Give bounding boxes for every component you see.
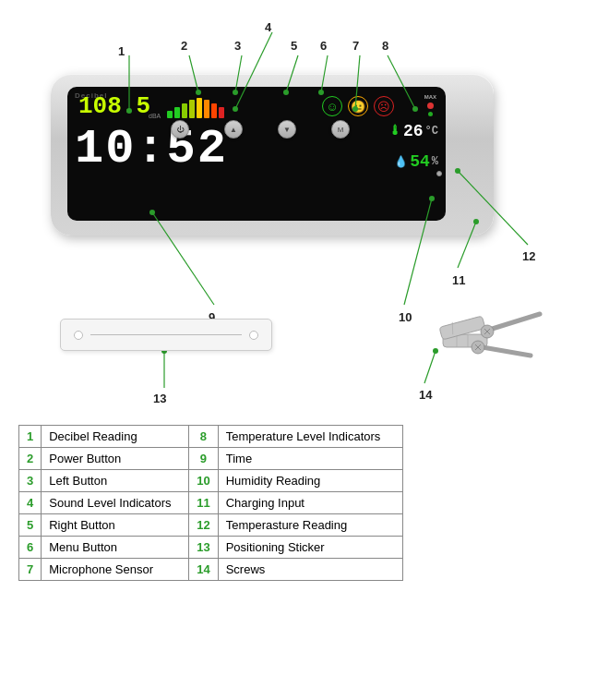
- screws-container: [438, 296, 549, 373]
- left-num-cell: 3: [19, 470, 42, 492]
- db-reading: 108.5: [78, 94, 150, 118]
- sticker-line: [90, 334, 242, 335]
- right-num-cell: 14: [189, 559, 218, 581]
- temp-value: 26: [403, 122, 424, 140]
- table-row: 4 Sound Level Indicators 11 Charging Inp…: [19, 492, 403, 514]
- left-label-cell: Right Button: [42, 514, 189, 537]
- svg-line-26: [424, 351, 436, 383]
- left-num-cell: 2: [19, 448, 42, 470]
- right-label-cell: Screws: [218, 559, 402, 581]
- menu-button[interactable]: M: [331, 120, 350, 139]
- table-row: 6 Menu Button 13 Positioning Sticker: [19, 537, 403, 559]
- sound-bars: [167, 98, 224, 118]
- right-panel: MAX ☺ 😐 ☹ 🌡 26 °C 💧: [318, 92, 438, 217]
- table-row: 3 Left Button 10 Humidity Reading: [19, 470, 403, 492]
- device-body: Decibel 108.5 dBA 10:52 MAX: [51, 74, 494, 235]
- right-num-cell: 12: [189, 514, 218, 537]
- face-neutral: 😐: [348, 96, 368, 116]
- right-label-cell: Positioning Sticker: [218, 537, 402, 559]
- face-sad: ☹: [374, 96, 394, 116]
- callout-3: 3: [234, 39, 241, 53]
- diagram-area: Decibel 108.5 dBA 10:52 MAX: [0, 0, 609, 425]
- humidity-value: 54: [410, 152, 430, 171]
- table-row: 2 Power Button 9 Time: [19, 448, 403, 470]
- right-num-cell: 8: [189, 426, 218, 448]
- sticker-container: [60, 319, 272, 351]
- callout-12: 12: [522, 249, 535, 263]
- svg-line-33: [486, 314, 540, 331]
- left-label-cell: Microphone Sensor: [42, 559, 189, 581]
- table-row: 5 Right Button 12 Temperasture Reading: [19, 514, 403, 537]
- sticker-hole-left: [74, 331, 83, 340]
- left-label-cell: Decibel Reading: [42, 426, 189, 448]
- callout-8: 8: [382, 39, 388, 53]
- left-label-cell: Sound Level Indicators: [42, 492, 189, 514]
- left-num-cell: 1: [19, 426, 42, 448]
- temp-icon: 🌡: [388, 124, 401, 139]
- button-row: ⏻ ▲ ▼ M: [171, 120, 350, 139]
- positioning-sticker: [60, 319, 272, 351]
- left-num-cell: 7: [19, 559, 42, 581]
- power-button[interactable]: ⏻: [171, 120, 189, 139]
- callout-10: 10: [399, 310, 412, 324]
- right-num-cell: 13: [189, 537, 218, 559]
- max-label: MAX: [424, 94, 436, 100]
- legend-table: 1 Decibel Reading 8 Temperature Level In…: [18, 425, 403, 581]
- left-num-cell: 4: [19, 492, 42, 514]
- dba-label: dBA: [149, 113, 161, 119]
- right-label-cell: Time: [218, 448, 402, 470]
- dot-red: [427, 103, 434, 109]
- callout-11: 11: [452, 273, 465, 287]
- left-num-cell: 5: [19, 514, 42, 537]
- left-button[interactable]: ▲: [224, 120, 243, 139]
- table-row: 7 Microphone Sensor 14 Screws: [19, 559, 403, 581]
- callout-13: 13: [153, 392, 166, 405]
- callout-4: 4: [265, 20, 271, 34]
- callout-6: 6: [320, 39, 327, 53]
- table-row: 1 Decibel Reading 8 Temperature Level In…: [19, 426, 403, 448]
- svg-line-37: [477, 346, 531, 356]
- callout-5: 5: [291, 39, 297, 53]
- right-num-cell: 11: [189, 492, 218, 514]
- charging-dot: [436, 171, 442, 176]
- right-label-cell: Humidity Reading: [218, 470, 402, 492]
- callout-14: 14: [419, 388, 432, 402]
- dot-green: [428, 112, 433, 116]
- right-num-cell: 10: [189, 470, 218, 492]
- left-num-cell: 6: [19, 537, 42, 559]
- humidity-reading: 💧 54 %: [394, 152, 438, 171]
- right-label-cell: Charging Input: [218, 492, 402, 514]
- callout-2: 2: [181, 39, 187, 53]
- sticker-hole-right: [249, 331, 258, 340]
- screws-svg: [438, 296, 549, 369]
- device-screen: Decibel 108.5 dBA 10:52 MAX: [67, 87, 446, 221]
- humidity-icon: 💧: [394, 155, 408, 169]
- face-happy: ☺: [322, 96, 342, 116]
- right-button[interactable]: ▼: [278, 120, 296, 139]
- emoji-row: ☺ 😐 ☹: [322, 96, 438, 116]
- callout-1: 1: [118, 44, 125, 58]
- left-label-cell: Power Button: [42, 448, 189, 470]
- temp-reading: 🌡 26 °C: [388, 122, 438, 140]
- temp-unit: °C: [425, 125, 438, 138]
- left-label-cell: Menu Button: [42, 537, 189, 559]
- callout-7: 7: [352, 39, 359, 53]
- right-label-cell: Temperasture Reading: [218, 514, 402, 537]
- left-label-cell: Left Button: [42, 470, 189, 492]
- humidity-unit: %: [432, 155, 438, 168]
- right-label-cell: Temperature Level Indicators: [218, 426, 402, 448]
- right-num-cell: 9: [189, 448, 218, 470]
